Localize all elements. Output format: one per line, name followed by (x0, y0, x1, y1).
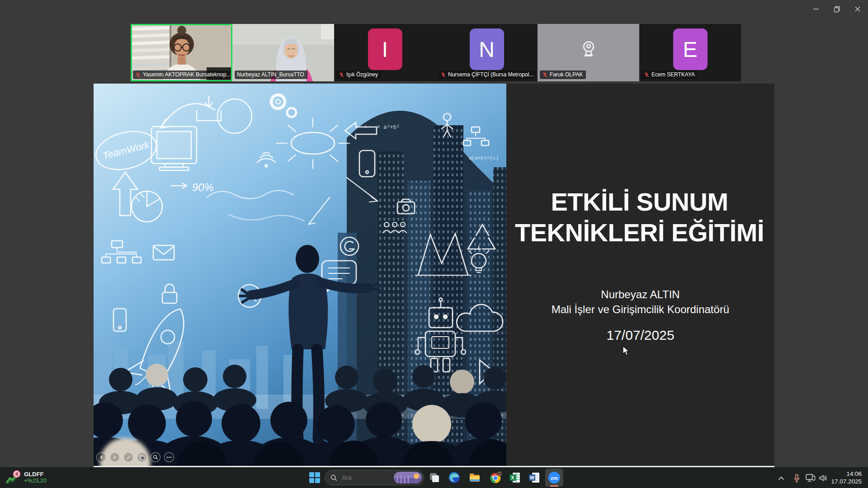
participant-tile-isik[interactable]: I Işık Özgüney (334, 24, 436, 81)
close-icon (854, 6, 861, 12)
zoom-attention-indicator (550, 485, 558, 487)
slide-title: ETKİLİ SUNUM TEKNİKLERİ EĞİTİMİ (506, 187, 773, 248)
ticker-change: +%23,20 (24, 478, 47, 484)
participant-name-pill: Nurbeyaz ALTIN_BursaTTO (235, 70, 307, 79)
tray-date: 17.07.2025 (826, 478, 862, 485)
slideshow-toolbar (96, 452, 174, 462)
windows-start-icon (309, 472, 321, 483)
slide-title-line2: TEKNİKLERİ EĞİTİMİ (506, 217, 773, 248)
stock-chart-icon: 4 (5, 470, 21, 485)
avatar-letter: N (479, 37, 495, 62)
taskbar-search[interactable] (325, 470, 424, 485)
restore-icon (834, 6, 840, 13)
close-button[interactable] (847, 0, 868, 18)
network-tray-button[interactable] (804, 473, 817, 483)
task-view-button[interactable] (425, 469, 443, 487)
svg-text:zm: zm (551, 475, 558, 481)
taskbar-clock[interactable]: 14:06 17.07.2025 (826, 470, 862, 485)
avatar: E (673, 28, 708, 70)
word-button[interactable]: W (525, 469, 543, 487)
slide-presenter-role: Mali İşler ve Girişimcilik Koordinatörü (506, 302, 774, 317)
mouse-cursor (623, 346, 630, 357)
zoom-app-icon: zm (547, 471, 561, 484)
next-arrow-icon (113, 455, 117, 460)
avatar-letter: I (382, 37, 388, 62)
microphone-in-use-icon (793, 474, 800, 483)
file-explorer-button[interactable] (466, 469, 484, 487)
see-all-slides-button[interactable] (137, 452, 147, 462)
edge-button[interactable] (445, 469, 463, 487)
start-button[interactable] (306, 469, 324, 487)
slide-date: 17/07/2025 (506, 326, 774, 345)
windows-taskbar: 4 GLDFF +%23,20 (0, 467, 868, 488)
magnifier-icon (153, 455, 158, 460)
svg-text:+ - × a²+b²: + - × a²+b² (364, 124, 400, 131)
participant-name: Faruk OLPAK (550, 71, 583, 78)
shared-screen-slide: TeamWork 90% + - × a²+b² a(a+b)=(c) (94, 84, 774, 466)
participant-tile-faruk[interactable]: Faruk OLPAK (538, 24, 639, 81)
microphone-tray-button[interactable] (790, 473, 803, 483)
participant-name: Işık Özgüney (346, 71, 378, 78)
svg-text:X: X (511, 475, 514, 480)
pen-button[interactable] (123, 452, 133, 462)
avatar: N (470, 28, 504, 70)
participant-name: Ecem SERTKAYA (651, 71, 695, 78)
zoom-app-button[interactable]: zm (545, 469, 563, 487)
avatar-letter: E (683, 37, 697, 62)
edge-icon (448, 472, 460, 483)
participant-name: Nursema ÇİFTÇİ (Bursa Metropol... (448, 71, 533, 78)
more-ellipsis-icon (166, 456, 172, 458)
excel-icon: X (509, 472, 521, 483)
chrome-icon (489, 471, 503, 484)
muted-mic-icon (339, 72, 344, 78)
search-icon (330, 474, 337, 481)
participant-name-pill: Işık Özgüney (336, 70, 381, 79)
restore-button[interactable] (826, 0, 847, 18)
avatar: I (368, 28, 402, 70)
participant-tile-yasemin[interactable]: Yasemin AKTOPRAK Bursateknop... (131, 24, 232, 81)
participant-tile-ecem[interactable]: E Ecem SERTKAYA (639, 24, 741, 81)
search-input[interactable] (341, 474, 390, 482)
chevron-up-icon (778, 476, 784, 480)
muted-mic-icon (644, 72, 650, 78)
slide-title-line1: ETKİLİ SUNUM (506, 187, 773, 217)
participant-name: Yasemin AKTOPRAK Bursateknop... (143, 71, 230, 78)
all-slides-icon (139, 455, 145, 460)
participant-name-pill: Ecem SERTKAYA (642, 70, 698, 79)
zoom-slide-button[interactable] (151, 452, 160, 462)
previous-slide-button[interactable] (96, 452, 106, 462)
ticker-symbol: GLDFF (24, 471, 47, 478)
svg-text:W: W (530, 475, 535, 480)
previous-arrow-icon (99, 455, 104, 460)
participant-name-pill: Nursema ÇİFTÇİ (Bursa Metropol... (438, 70, 535, 79)
next-slide-button[interactable] (110, 452, 120, 462)
widgets-button[interactable]: 4 GLDFF +%23,20 (5, 469, 47, 486)
participant-name-pill: Faruk OLPAK (540, 70, 586, 79)
presentation-photo: TeamWork 90% + - × a²+b² a(a+b)=(c) (94, 84, 506, 466)
network-icon (806, 474, 816, 482)
file-explorer-icon (469, 472, 481, 483)
webcam-icon (578, 39, 599, 60)
more-options-button[interactable] (164, 452, 174, 462)
word-icon: W (528, 472, 540, 483)
muted-mic-icon (440, 72, 446, 78)
participant-tile-nursema[interactable]: N Nursema ÇİFTÇİ (Bursa Metropol... (436, 24, 538, 81)
participant-name-pill: Yasemin AKTOPRAK Bursateknop... (133, 70, 230, 79)
participant-name: Nurbeyaz ALTIN_BursaTTO (237, 71, 304, 78)
slide-text-panel: ETKİLİ SUNUM TEKNİKLERİ EĞİTİMİ Nurbeyaz… (506, 84, 774, 466)
pen-icon (126, 455, 131, 460)
muted-mic-icon (135, 72, 141, 78)
hidden-icons-button[interactable] (775, 473, 788, 483)
svg-text:a(a+b)=(c): a(a+b)=(c) (469, 155, 499, 161)
slide-presenter-name: Nurbeyaz ALTIN (506, 287, 774, 302)
search-daily-image[interactable] (394, 472, 422, 483)
minimize-button[interactable] (806, 0, 826, 18)
photo-text-percent: 90% (192, 181, 214, 193)
participant-tile-nurbeyaz[interactable]: Nurbeyaz ALTIN_BursaTTO (232, 24, 334, 81)
zoom-meeting-window: Yasemin AKTOPRAK Bursateknop... Nurbeyaz… (0, 0, 868, 488)
excel-button[interactable]: X (506, 469, 524, 487)
task-view-icon (429, 472, 440, 483)
widgets-badge: 4 (15, 471, 18, 477)
chrome-button[interactable] (487, 469, 505, 487)
slide-presenter-block: Nurbeyaz ALTIN Mali İşler ve Girişimcili… (506, 287, 774, 317)
